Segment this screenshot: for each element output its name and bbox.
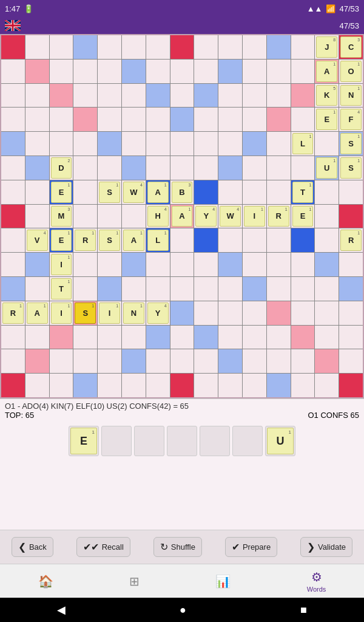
- board-cell[interactable]: R1: [1, 301, 25, 325]
- board-cell[interactable]: [122, 60, 146, 83]
- board-tile[interactable]: I1: [51, 254, 72, 275]
- board-cell[interactable]: [1, 35, 25, 59]
- board-cell[interactable]: [1, 326, 25, 349]
- board-cell[interactable]: [25, 180, 49, 204]
- board-cell[interactable]: [267, 277, 291, 301]
- board-cell[interactable]: [1, 156, 25, 180]
- board-tile[interactable]: A1: [172, 206, 193, 227]
- board-tile[interactable]: W4: [123, 182, 144, 203]
- board-tile[interactable]: R1: [268, 206, 289, 227]
- board-cell[interactable]: I1: [98, 301, 121, 325]
- board-cell[interactable]: [122, 326, 146, 349]
- board-cell[interactable]: [170, 253, 194, 276]
- board-cell[interactable]: [98, 277, 121, 301]
- board-tile[interactable]: I1: [51, 302, 72, 324]
- board-tile[interactable]: I1: [244, 206, 265, 227]
- board-cell[interactable]: [73, 277, 97, 301]
- board-cell[interactable]: [218, 253, 242, 276]
- board-tile[interactable]: J8: [316, 36, 337, 58]
- recall-button[interactable]: ✔✔ Recall: [76, 537, 130, 557]
- board-cell[interactable]: B3: [170, 180, 194, 204]
- board-cell[interactable]: [50, 108, 73, 131]
- board-cell[interactable]: [1, 253, 25, 276]
- board-tile[interactable]: S1: [99, 182, 120, 203]
- board-cell[interactable]: [73, 35, 97, 59]
- board-cell[interactable]: [170, 301, 194, 325]
- board-cell[interactable]: J8: [315, 35, 339, 59]
- board-cell[interactable]: [73, 132, 97, 156]
- board-cell[interactable]: [1, 132, 25, 156]
- board-cell[interactable]: [25, 84, 49, 108]
- board-cell[interactable]: E1: [315, 108, 339, 131]
- board-cell[interactable]: [315, 277, 339, 301]
- board-cell[interactable]: [243, 301, 266, 325]
- board-cell[interactable]: [122, 349, 146, 373]
- board-cell[interactable]: [267, 228, 291, 252]
- sys-recents[interactable]: ■: [300, 604, 307, 617]
- board-cell[interactable]: [291, 228, 315, 252]
- board-cell[interactable]: [339, 301, 363, 325]
- board-cell[interactable]: [267, 374, 291, 397]
- board-cell[interactable]: O1: [339, 60, 363, 83]
- board-cell[interactable]: [243, 156, 266, 180]
- board-cell[interactable]: [1, 180, 25, 204]
- board-cell[interactable]: A1: [315, 60, 339, 83]
- board-tile[interactable]: L1: [292, 133, 314, 154]
- board-cell[interactable]: N1: [122, 301, 146, 325]
- board-cell[interactable]: [243, 349, 266, 373]
- board-cell[interactable]: H4: [146, 205, 170, 228]
- rack-cell[interactable]: [167, 426, 197, 456]
- board-cell[interactable]: [194, 132, 218, 156]
- board-cell[interactable]: F4: [339, 108, 363, 131]
- board-cell[interactable]: Y4: [146, 301, 170, 325]
- board-cell[interactable]: U1: [315, 156, 339, 180]
- board-cell[interactable]: [146, 374, 170, 397]
- board-cell[interactable]: [315, 180, 339, 204]
- sys-home[interactable]: ●: [180, 604, 186, 617]
- rack-cell[interactable]: [101, 426, 132, 456]
- board-cell[interactable]: [194, 326, 218, 349]
- board-cell[interactable]: [339, 205, 363, 228]
- board-cell[interactable]: [122, 205, 146, 228]
- board-cell[interactable]: [98, 374, 121, 397]
- rack-cell[interactable]: [134, 426, 164, 456]
- board-cell[interactable]: [98, 326, 121, 349]
- board-cell[interactable]: [243, 228, 266, 252]
- board-cell[interactable]: [267, 35, 291, 59]
- board-cell[interactable]: [194, 108, 218, 131]
- board-cell[interactable]: S1: [98, 228, 121, 252]
- board-cell[interactable]: [170, 156, 194, 180]
- board-cell[interactable]: E1: [50, 180, 73, 204]
- board-cell[interactable]: [122, 35, 146, 59]
- rack-cell[interactable]: [232, 426, 263, 456]
- sys-back[interactable]: ◀: [57, 603, 66, 617]
- board-cell[interactable]: [25, 35, 49, 59]
- board-cell[interactable]: [122, 84, 146, 108]
- board-cell[interactable]: [267, 84, 291, 108]
- board-cell[interactable]: S1: [339, 156, 363, 180]
- board-cell[interactable]: [122, 253, 146, 276]
- board-tile[interactable]: S1: [340, 157, 362, 179]
- nav-grid[interactable]: ⊞: [122, 572, 147, 591]
- board-cell[interactable]: [315, 132, 339, 156]
- board-cell[interactable]: [1, 277, 25, 301]
- board-tile[interactable]: T1: [51, 278, 72, 299]
- board-cell[interactable]: [1, 205, 25, 228]
- board-cell[interactable]: [98, 84, 121, 108]
- board-cell[interactable]: D2: [50, 156, 73, 180]
- board-cell[interactable]: [50, 349, 73, 373]
- board-cell[interactable]: [25, 205, 49, 228]
- board-cell[interactable]: [98, 349, 121, 373]
- board-cell[interactable]: [194, 156, 218, 180]
- board-cell[interactable]: [243, 374, 266, 397]
- board-cell[interactable]: [73, 60, 97, 83]
- board-cell[interactable]: [243, 326, 266, 349]
- board-cell[interactable]: [315, 326, 339, 349]
- board-cell[interactable]: [25, 277, 49, 301]
- board-cell[interactable]: A1: [25, 301, 49, 325]
- board-cell[interactable]: [291, 108, 315, 131]
- board-cell[interactable]: [25, 253, 49, 276]
- board-cell[interactable]: [98, 205, 121, 228]
- board-cell[interactable]: [291, 326, 315, 349]
- board-tile[interactable]: Y4: [147, 302, 169, 324]
